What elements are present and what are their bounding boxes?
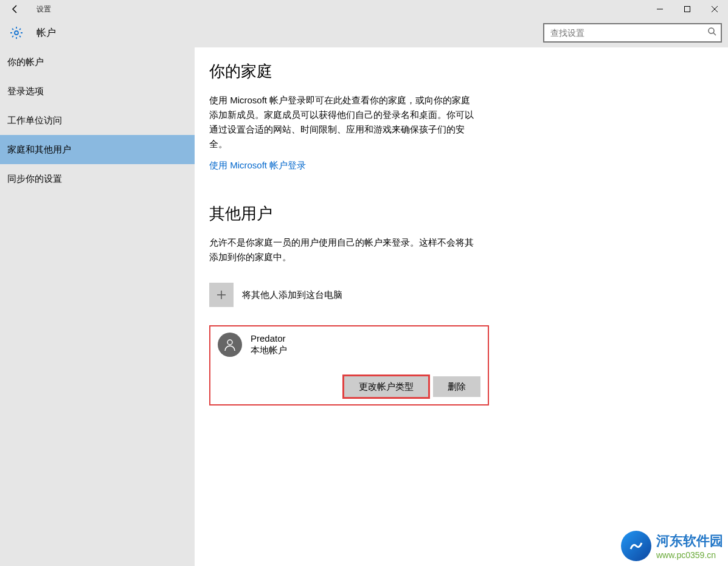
other-users-section: 其他用户 允许不是你家庭一员的用户使用自己的帐户来登录。这样不会将其添加到你的家… bbox=[209, 203, 728, 406]
close-button[interactable] bbox=[701, 0, 728, 18]
search-input[interactable] bbox=[543, 23, 722, 43]
maximize-icon bbox=[684, 5, 691, 13]
sidebar-item-label: 登录选项 bbox=[7, 86, 44, 97]
sidebar-item-label: 你的帐户 bbox=[7, 57, 44, 68]
watermark-logo-icon bbox=[621, 531, 651, 561]
watermark-text: 河东软件园 www.pc0359.cn bbox=[656, 532, 723, 560]
svg-point-5 bbox=[709, 28, 714, 33]
svg-point-4 bbox=[15, 31, 18, 35]
sidebar-item-family-other-users[interactable]: 家庭和其他用户 bbox=[0, 135, 195, 164]
sidebar-item-your-account[interactable]: 你的帐户 bbox=[0, 47, 195, 77]
main-content: 你的家庭 使用 Microsoft 帐户登录即可在此处查看你的家庭，或向你的家庭… bbox=[195, 47, 728, 566]
sidebar-item-sync-settings[interactable]: 同步你的设置 bbox=[0, 164, 195, 193]
watermark: 河东软件园 www.pc0359.cn bbox=[621, 531, 723, 561]
user-card[interactable]: Predator 本地帐户 更改帐户类型 删除 bbox=[209, 325, 489, 406]
other-users-title: 其他用户 bbox=[209, 203, 728, 224]
other-users-description: 允许不是你家庭一员的用户使用自己的帐户来登录。这样不会将其添加到你的家庭中。 bbox=[209, 235, 477, 264]
sidebar-item-label: 同步你的设置 bbox=[7, 173, 62, 185]
header: 帐户 bbox=[0, 18, 728, 47]
family-section-title: 你的家庭 bbox=[209, 61, 728, 82]
search-box bbox=[543, 23, 722, 43]
user-actions: 更改帐户类型 删除 bbox=[218, 376, 480, 397]
maximize-button[interactable] bbox=[673, 0, 701, 18]
user-account-type: 本地帐户 bbox=[251, 345, 287, 356]
window-controls bbox=[646, 0, 728, 18]
add-user-label: 将其他人添加到这台电脑 bbox=[242, 289, 342, 301]
arrow-left-icon bbox=[10, 4, 20, 14]
sidebar-item-label: 工作单位访问 bbox=[7, 115, 62, 126]
ms-account-signin-link[interactable]: 使用 Microsoft 帐户登录 bbox=[209, 160, 306, 171]
settings-gear-icon bbox=[9, 25, 24, 41]
add-other-user-button[interactable]: 将其他人添加到这台电脑 bbox=[209, 283, 728, 307]
user-info: Predator 本地帐户 bbox=[218, 333, 480, 357]
watermark-url: www.pc0359.cn bbox=[656, 550, 723, 560]
remove-user-button[interactable]: 删除 bbox=[433, 376, 480, 397]
user-avatar-icon bbox=[218, 333, 242, 357]
close-icon bbox=[711, 5, 718, 13]
svg-line-6 bbox=[713, 33, 716, 35]
sidebar: 你的帐户 登录选项 工作单位访问 家庭和其他用户 同步你的设置 bbox=[0, 47, 195, 566]
minimize-icon bbox=[656, 5, 664, 13]
watermark-title: 河东软件园 bbox=[656, 532, 723, 550]
sidebar-item-work-access[interactable]: 工作单位访问 bbox=[0, 106, 195, 135]
sidebar-item-signin-options[interactable]: 登录选项 bbox=[0, 77, 195, 106]
family-section-description: 使用 Microsoft 帐户登录即可在此处查看你的家庭，或向你的家庭添加新成员… bbox=[209, 93, 477, 151]
minimize-button[interactable] bbox=[646, 0, 673, 18]
titlebar: 设置 bbox=[0, 0, 728, 18]
change-account-type-button[interactable]: 更改帐户类型 bbox=[344, 376, 428, 397]
content: 你的帐户 登录选项 工作单位访问 家庭和其他用户 同步你的设置 你的家庭 使用 … bbox=[0, 47, 728, 566]
svg-point-9 bbox=[227, 340, 232, 345]
back-button[interactable] bbox=[6, 0, 24, 18]
window-title: 设置 bbox=[36, 4, 51, 15]
user-name: Predator bbox=[251, 333, 287, 343]
plus-icon bbox=[209, 283, 234, 307]
sidebar-item-label: 家庭和其他用户 bbox=[7, 144, 71, 156]
user-text: Predator 本地帐户 bbox=[251, 333, 287, 356]
page-title: 帐户 bbox=[36, 27, 56, 40]
svg-rect-1 bbox=[684, 7, 690, 12]
search-icon[interactable] bbox=[707, 27, 717, 39]
